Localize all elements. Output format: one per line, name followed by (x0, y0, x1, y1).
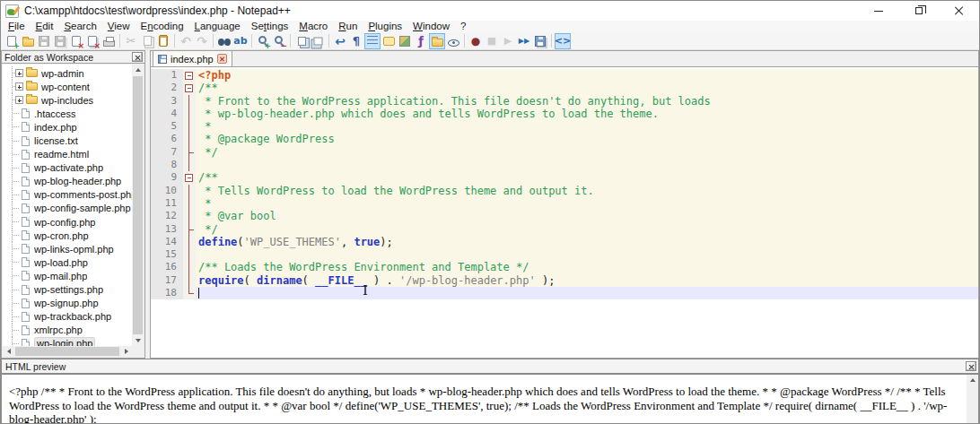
scroll-right-icon[interactable] (120, 346, 132, 357)
code-line-5[interactable]: 5 * (151, 120, 978, 133)
document-monitoring-button[interactable] (445, 33, 461, 49)
menu-item-language[interactable]: Language (189, 21, 246, 32)
menu-item-macro[interactable]: Macro (293, 21, 333, 32)
fold-margin[interactable] (183, 69, 196, 82)
code-line-10[interactable]: 10 * Tells WordPress to load the WordPre… (151, 185, 978, 197)
close-all-button[interactable]: × (84, 33, 101, 49)
fold-margin[interactable] (183, 171, 196, 184)
save-macro-button[interactable] (532, 33, 548, 49)
save-all-button[interactable] (52, 33, 68, 49)
save-button[interactable] (36, 33, 52, 49)
undo-button[interactable]: ↶ (178, 33, 194, 49)
code-editor[interactable]: 1<?php2/**3 * Front to the WordPress app… (151, 67, 978, 358)
tree-item-readme-html[interactable]: readme.html (3, 148, 132, 161)
menu-item-encoding[interactable]: Encoding (136, 21, 189, 32)
redo-button[interactable]: ↷ (194, 33, 210, 49)
code-line-9[interactable]: 9/** (151, 171, 978, 184)
preview-vertical-scrollbar[interactable] (967, 375, 978, 424)
document-map-button[interactable] (397, 33, 413, 49)
code-line-12[interactable]: 12 * @var bool (151, 210, 978, 222)
tree-item-wp-trackback-php[interactable]: wp-trackback.php (3, 310, 132, 324)
close-file-button[interactable]: × (68, 33, 84, 49)
expand-plus-icon[interactable] (15, 96, 23, 104)
code-line-15[interactable]: 15 (151, 248, 978, 261)
code-line-16[interactable]: 16/** Loads the WordPress Environment an… (151, 261, 978, 273)
scroll-down-icon[interactable] (132, 335, 144, 346)
minimize-button[interactable] (858, 1, 898, 21)
expand-plus-icon[interactable] (15, 69, 23, 77)
menu-item-edit[interactable]: Edit (31, 21, 59, 32)
restore-button[interactable] (898, 1, 939, 21)
tree-item-wp-settings-php[interactable]: wp-settings.php (3, 283, 132, 297)
tree-item-wp-includes[interactable]: wp-includes (3, 93, 132, 107)
sync-vertical-scroll-button[interactable] (293, 33, 310, 49)
code-line-2[interactable]: 2/** (151, 82, 978, 94)
code-line-18[interactable]: 18 (151, 287, 978, 299)
tab-close-icon[interactable] (217, 54, 227, 64)
preview-scroll-up-icon[interactable] (967, 375, 978, 385)
sync-horizontal-scroll-button[interactable] (310, 33, 326, 49)
menu-item-view[interactable]: View (102, 21, 136, 32)
preview-close-button[interactable] (966, 361, 976, 371)
close-button[interactable] (939, 1, 979, 21)
code-line-13[interactable]: 13 */ (151, 223, 978, 236)
code-line-4[interactable]: 4 * wp-blog-header.php which does and te… (151, 108, 978, 120)
horizontal-scroll-thumb[interactable] (15, 347, 119, 356)
print-button[interactable] (101, 33, 117, 49)
replace-button[interactable]: ab (232, 33, 249, 49)
fold-collapse-icon[interactable] (185, 84, 193, 92)
run-macro-multiple-button[interactable]: ▶▶ (516, 33, 532, 49)
tree-item-wp-comments-post-php[interactable]: wp-comments-post.php (3, 188, 132, 202)
tree-item-wp-cron-php[interactable]: wp-cron.php (3, 229, 132, 242)
menu-item-file[interactable]: File (3, 21, 31, 32)
folder-as-workspace-button[interactable] (429, 33, 445, 49)
html-preview-button[interactable]: <> (555, 33, 571, 49)
code-line-3[interactable]: 3 * Front to the WordPress application. … (151, 95, 978, 108)
tree-item-wp-login-php[interactable]: wp-login.php (3, 337, 132, 346)
fold-collapse-icon[interactable] (185, 72, 193, 80)
tree-item-wp-links-opml-php[interactable]: wp-links-opml.php (3, 242, 132, 255)
tree-item-index-php[interactable]: index.php (3, 120, 132, 134)
tree-vertical-scrollbar[interactable] (132, 65, 144, 346)
new-file-button[interactable]: + (4, 33, 20, 49)
code-line-14[interactable]: 14define('WP_USE_THEMES', true); (151, 236, 978, 248)
copy-button[interactable] (139, 33, 155, 49)
tree-item-wp-config-php[interactable]: wp-config.php (3, 215, 132, 229)
code-line-11[interactable]: 11 * (151, 197, 978, 210)
tree-item-xmlrpc-php[interactable]: xmlrpc.php (3, 324, 132, 337)
menu-item-settings[interactable]: Settings (246, 21, 294, 32)
tree-item-wp-admin[interactable]: wp-admin (3, 66, 132, 80)
record-macro-button[interactable]: ● (468, 33, 484, 49)
zoom-in-button[interactable]: + (255, 33, 271, 49)
zoom-out-button[interactable]: − (271, 33, 287, 49)
paste-button[interactable] (155, 33, 171, 49)
tab-index-php[interactable]: index.php (153, 50, 232, 66)
playback-macro-button[interactable]: ▶ (500, 33, 516, 49)
panel-close-button[interactable] (132, 52, 143, 62)
vertical-scroll-thumb[interactable] (133, 76, 143, 334)
tree-horizontal-scrollbar[interactable] (3, 346, 132, 357)
open-file-button[interactable] (20, 33, 36, 49)
code-line-1[interactable]: 1<?php (151, 69, 978, 82)
tree-item-license-txt[interactable]: license.txt (3, 134, 132, 147)
tree-item-wp-mail-php[interactable]: wp-mail.php (3, 269, 132, 282)
fold-collapse-icon[interactable] (185, 174, 193, 182)
show-indent-guide-button[interactable] (364, 33, 381, 49)
word-wrap-button[interactable]: ↩ (332, 33, 348, 49)
fold-margin[interactable] (183, 82, 196, 94)
scroll-up-icon[interactable] (132, 65, 144, 75)
function-list-button[interactable]: ƒ (413, 33, 429, 49)
tree-item-wp-content[interactable]: wp-content (3, 80, 132, 93)
menu-item-window[interactable]: Window (407, 21, 455, 32)
menu-item-search[interactable]: Search (58, 21, 101, 32)
tree-item--htaccess[interactable]: .htaccess (3, 107, 132, 120)
tree-item-wp-signup-php[interactable]: wp-signup.php (3, 297, 132, 310)
code-line-7[interactable]: 7 */ (151, 146, 978, 159)
tree-item-wp-config-sample-php[interactable]: wp-config-sample.php (3, 202, 132, 215)
code-line-8[interactable]: 8 (151, 159, 978, 171)
menu-item-plugins[interactable]: Plugins (363, 21, 407, 32)
tree-item-wp-blog-header-php[interactable]: wp-blog-header.php (3, 175, 132, 188)
scroll-left-icon[interactable] (3, 346, 14, 357)
show-all-characters-button[interactable]: ¶ (348, 33, 364, 49)
menu-item-help[interactable]: ? (455, 21, 471, 32)
